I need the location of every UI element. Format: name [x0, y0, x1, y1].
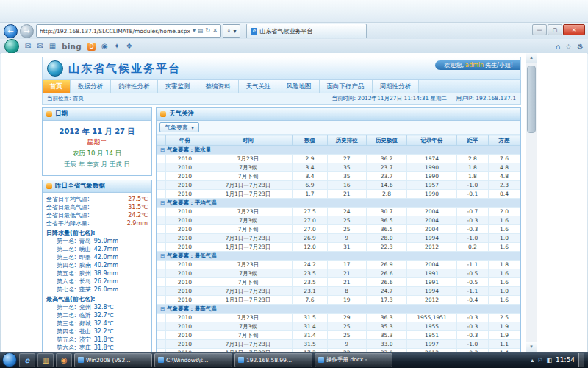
browser-tab[interactable]: e 山东省气候业务平台 [246, 24, 367, 38]
weather-rank-row: 第一名:青岛95.0mm [46, 237, 148, 245]
nav-tab-4[interactable]: 整编资料 [198, 80, 239, 93]
action-center-icon[interactable]: ⚐ [537, 357, 542, 364]
taskbar-clock[interactable]: 11:54 [556, 356, 575, 364]
maximize-button[interactable]: ▢ [548, 24, 562, 35]
data-cell: -0.1 [456, 190, 488, 199]
nav-tab-8[interactable]: 周期性分析 [373, 80, 420, 93]
rank-label: 第四名: [57, 261, 76, 269]
nav-tab-3[interactable]: 灾害监测 [158, 80, 198, 93]
window-thumb-icon [158, 357, 164, 363]
show-desktop-button[interactable] [578, 353, 584, 367]
taskbar-window-button-0[interactable]: Win2008 (VS2... [74, 353, 152, 367]
data-cell: 7月23日 [204, 314, 293, 322]
taskbar-button-label: 192.168.58.99... [246, 357, 292, 364]
nav-tab-5[interactable]: 天气关注 [239, 80, 279, 93]
media-taskbar-icon[interactable]: ◉ [56, 353, 72, 367]
nav-tab-2[interactable]: 韵律性分析 [111, 80, 158, 93]
element-filter-button[interactable]: 气象要素 ▾ [159, 122, 199, 132]
taskbar-window-button-1[interactable]: C:\Windows\s... [154, 353, 232, 367]
data-cell: 1.7 [293, 190, 327, 199]
data-cell: 2010 [166, 225, 204, 234]
collapse-icon[interactable]: ⊟ [160, 252, 165, 259]
weather-group-title: 日降水量(前七名): [46, 229, 148, 237]
data-cell: 7月23日 [204, 261, 293, 269]
scrollbar-thumb[interactable] [527, 66, 536, 133]
url-text[interactable]: http://192.168.137.1/SLCCLIMATE/modules/… [40, 28, 190, 35]
data-cell: 2004 [407, 208, 457, 216]
collapse-icon[interactable]: ⊟ [160, 199, 165, 206]
page-scrollbar[interactable]: ▴ ▾ [526, 53, 537, 352]
nav-tab-0[interactable]: 首页 [43, 80, 71, 93]
browser-nav-row: ← → http://192.168.137.1/SLCCLIMATE/modu… [0, 23, 588, 39]
content-area: 日期 2012 年 11 月 27 日 星期二 农历 10 月 14 日 壬辰 … [42, 107, 521, 352]
indent-cell [157, 287, 166, 296]
summary-label: 全省日最低气温: [46, 211, 90, 219]
globe-icon[interactable]: ❖ [126, 43, 132, 50]
data-cell: 23.5 [293, 269, 327, 278]
back-button[interactable]: ← [4, 24, 18, 38]
data-cell: 24.2 [293, 261, 327, 269]
data-cell: 22.3 [366, 243, 406, 252]
data-cell: 33.0 [366, 340, 406, 349]
favorites-icon[interactable]: ☆ [565, 43, 572, 51]
nav-tab-6[interactable]: 风险地图 [279, 80, 320, 93]
data-cell: 1.0 [488, 287, 520, 296]
d-badge-icon[interactable]: D [87, 43, 96, 51]
data-cell: 7月23日 [204, 208, 293, 216]
people-icon[interactable]: ✦ [114, 43, 120, 50]
nav-tab-1[interactable]: 数据分析 [71, 80, 111, 93]
station-name: 兖州 [79, 303, 91, 311]
nav-tab-7[interactable]: 面向下行产品 [320, 80, 373, 93]
address-bar[interactable]: http://192.168.137.1/SLCCLIMATE/modules/… [36, 24, 221, 38]
table-section-row[interactable]: ⊟气象要素：平均气温 [157, 199, 520, 208]
scroll-up-icon[interactable]: ▴ [526, 53, 537, 63]
data-cell: 1.6 [488, 269, 520, 278]
stop-icon[interactable]: ✕ [212, 28, 218, 34]
collapse-icon[interactable]: ⊟ [160, 305, 165, 312]
taskbar-window-button-2[interactable]: 192.168.58.99... [234, 353, 312, 367]
refresh-icon[interactable]: ↻ [206, 28, 211, 34]
table-section-row[interactable]: ⊟气象要素：最低气温 [157, 252, 520, 261]
network-icon[interactable]: ◧ [547, 357, 553, 364]
window-icon[interactable]: ▦ [49, 43, 56, 50]
tools-gear-icon[interactable]: ⚙ [577, 43, 584, 51]
rank-label: 第七名: [57, 286, 76, 294]
table-section-row[interactable]: ⊟气象要素：最高气温 [157, 305, 520, 314]
compat-view-icon[interactable]: ▤ [198, 28, 204, 34]
close-button[interactable]: ✕ [563, 24, 585, 35]
main-nav: 首页数据分析韵律性分析灾害监测整编资料天气关注风险地图面向下行产品周期性分析 [42, 80, 521, 93]
home-icon[interactable]: ⌂ [556, 43, 560, 51]
table-section-row[interactable]: ⊟气象要素：降水量 [157, 146, 520, 155]
bing-logo[interactable]: bing [62, 43, 82, 51]
forward-button[interactable]: → [20, 24, 34, 38]
station-name: 胶南 [79, 261, 91, 269]
taskbar-window-button-3[interactable]: 操作手册.docx - ... [315, 353, 392, 367]
site-badge-icon[interactable] [4, 39, 19, 54]
search-icon[interactable]: ⌕ [227, 27, 230, 35]
system-tray: ▴ ⚐ ◧ 11:54 [531, 353, 586, 367]
data-cell: 23.7 [366, 163, 406, 172]
data-cell: 25 [327, 216, 366, 225]
address-dropdown-icon[interactable]: ▾ [193, 28, 196, 34]
search-dropdown-icon[interactable]: ▾ [233, 28, 236, 35]
table-data-row: 20107月1日—7月23日26.9928.01994-1.01.0 [157, 234, 520, 243]
summary-value: 27.5℃ [128, 195, 148, 203]
weather-focus-header: 天气关注 [157, 108, 520, 121]
start-button[interactable] [2, 353, 17, 367]
tray-expand-icon[interactable]: ▴ [531, 357, 534, 364]
data-cell: -0.3 [456, 225, 488, 234]
column-header: 记录年份 [407, 135, 457, 146]
minimize-button[interactable]: — [532, 24, 547, 35]
data-cell: 35 [327, 163, 366, 172]
data-cell: -1.0 [456, 234, 488, 243]
data-cell: 1月1日—7月23日 [204, 190, 293, 199]
camera-icon[interactable]: ◉ [101, 43, 108, 50]
scroll-down-icon[interactable]: ▾ [526, 342, 537, 352]
mail-icon[interactable]: ✉ [25, 43, 31, 50]
explorer-taskbar-icon[interactable]: ▥ [37, 353, 54, 367]
search-segment[interactable]: ⌕ ▾ [223, 24, 241, 38]
collapse-icon[interactable]: ⊟ [160, 146, 165, 153]
forward-icon: → [24, 27, 29, 35]
ie-taskbar-icon[interactable]: e [19, 353, 35, 367]
mail2-icon[interactable]: ✉ [37, 43, 43, 50]
